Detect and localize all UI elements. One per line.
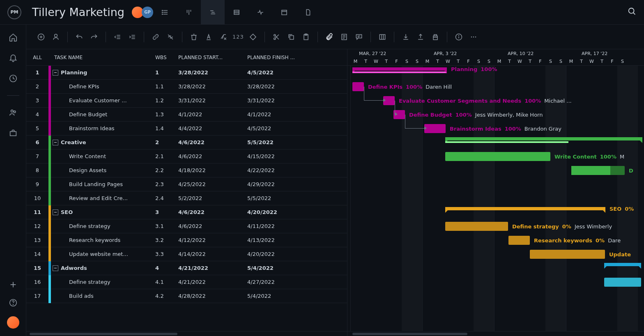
import-icon[interactable]: [400, 31, 412, 43]
gantt-row[interactable]: [347, 289, 644, 303]
gantt-row[interactable]: Write Content100%M: [347, 150, 644, 163]
gantt-bar[interactable]: SEO0%: [445, 207, 605, 210]
gantt-row[interactable]: [347, 177, 644, 191]
view-calendar-icon[interactable]: [272, 0, 296, 25]
task-name-cell[interactable]: − SEO: [51, 209, 155, 215]
avatar-2[interactable]: GP: [142, 7, 153, 18]
copy-icon[interactable]: [285, 31, 297, 43]
more-icon[interactable]: [468, 31, 479, 43]
task-row[interactable]: 17 Build ads 4.2 4/28/2022 5/4/2022: [26, 289, 347, 303]
col-all[interactable]: ALL: [26, 55, 48, 60]
gantt-bar[interactable]: Define KPIs100%Daren Hill: [352, 82, 364, 91]
task-row[interactable]: 5 Brainstorm Ideas 1.4 4/4/2022 4/5/2022: [26, 122, 347, 136]
task-name-cell[interactable]: Design Assets: [51, 167, 155, 173]
gantt-body[interactable]: Planning100%Define KPIs100%Daren HillEva…: [347, 66, 644, 336]
gantt-row[interactable]: [347, 275, 644, 289]
gantt-bar[interactable]: Research keywords0%Dare: [508, 236, 530, 245]
col-wbs[interactable]: WBS: [155, 55, 178, 60]
task-name-cell[interactable]: Build Landing Pages: [51, 181, 155, 187]
gantt-row[interactable]: Evaluate Customer Segments and Needs100%…: [347, 94, 644, 108]
export-icon[interactable]: [415, 31, 426, 43]
paste-icon[interactable]: [300, 31, 312, 43]
gantt-row[interactable]: Update: [347, 247, 644, 261]
avatars[interactable]: GP: [133, 7, 153, 18]
gantt-row[interactable]: Define strategy0%Jess Wimberly: [347, 219, 644, 233]
gantt-bar[interactable]: Brainstorm Ideas100%Brandon Gray: [424, 124, 446, 133]
app-logo[interactable]: PM: [7, 5, 21, 19]
task-name-cell[interactable]: − Planning: [51, 69, 155, 76]
gantt-row[interactable]: D: [347, 163, 644, 177]
view-files-icon[interactable]: [296, 0, 320, 25]
columns-icon[interactable]: [377, 31, 388, 43]
delete-icon[interactable]: [188, 31, 200, 43]
assign-icon[interactable]: [50, 31, 62, 43]
comment-icon[interactable]: [353, 31, 365, 43]
task-name-cell[interactable]: Evaluate Customer ...: [51, 97, 155, 104]
milestone-icon[interactable]: [247, 31, 259, 43]
task-name-cell[interactable]: Define strategy: [51, 279, 155, 285]
task-name-cell[interactable]: Update website met...: [51, 251, 155, 257]
clear-format-icon[interactable]: [218, 31, 229, 43]
collapse-icon[interactable]: −: [53, 265, 58, 271]
task-row[interactable]: 3 Evaluate Customer ... 1.2 3/31/2022 3/…: [26, 94, 347, 108]
task-row[interactable]: 7 Write Content 2.1 4/6/2022 4/15/2022: [26, 150, 347, 163]
col-planned-finish[interactable]: PLANNED FINISH ...: [247, 55, 316, 60]
indent-icon[interactable]: [126, 31, 138, 43]
gantt-row[interactable]: SEO0%: [347, 205, 644, 219]
task-row[interactable]: 13 Research keywords 3.2 4/12/2022 4/13/…: [26, 233, 347, 247]
collapse-icon[interactable]: −: [53, 140, 58, 145]
task-row[interactable]: 1 − Planning 1 3/28/2022 4/5/2022: [26, 66, 347, 80]
info-icon[interactable]: [453, 31, 465, 43]
undo-icon[interactable]: [74, 31, 85, 43]
task-row[interactable]: 11 − SEO 3 4/6/2022 4/20/2022: [26, 205, 347, 219]
user-avatar[interactable]: [7, 316, 19, 329]
portfolio-icon[interactable]: [9, 129, 18, 138]
task-name-cell[interactable]: Define KPIs: [51, 83, 155, 90]
task-name-cell[interactable]: Review and Edit Cre...: [51, 195, 155, 201]
task-row[interactable]: 6 − Creative 2 4/6/2022 5/5/2022: [26, 136, 347, 150]
task-row[interactable]: 9 Build Landing Pages 2.3 4/25/2022 4/29…: [26, 177, 347, 191]
cut-icon[interactable]: [271, 31, 282, 43]
gantt-bar[interactable]: [445, 137, 642, 140]
team-icon[interactable]: [9, 108, 18, 117]
task-row[interactable]: 12 Define strategy 3.1 4/6/2022 4/11/202…: [26, 219, 347, 233]
task-row[interactable]: 14 Update website met... 3.3 4/14/2022 4…: [26, 247, 347, 261]
col-planned-start[interactable]: PLANNED START...: [178, 55, 247, 60]
home-icon[interactable]: [9, 33, 18, 42]
task-name-cell[interactable]: Brainstorm Ideas: [51, 125, 155, 131]
gantt-bar[interactable]: [604, 263, 641, 266]
add-task-icon[interactable]: [35, 31, 47, 43]
gantt-bar[interactable]: [604, 278, 641, 287]
print-icon[interactable]: [430, 31, 441, 43]
link-icon[interactable]: [150, 31, 161, 43]
task-row[interactable]: 2 Define KPIs 1.1 3/28/2022 3/28/2022: [26, 80, 347, 94]
task-row[interactable]: 15 − Adwords 4 4/21/2022 5/4/2022: [26, 261, 347, 275]
gantt-chart[interactable]: MAR, 27 '22APR, 3 '22APR, 10 '22APR, 17 …: [347, 49, 644, 336]
recent-icon[interactable]: [9, 74, 18, 83]
task-name-cell[interactable]: − Creative: [51, 139, 155, 145]
gantt-row[interactable]: [347, 136, 644, 150]
task-name-cell[interactable]: Research keywords: [51, 237, 155, 243]
collapse-icon[interactable]: −: [53, 70, 58, 76]
notes-icon[interactable]: [338, 31, 350, 43]
unlink-icon[interactable]: [165, 31, 176, 43]
gantt-bar[interactable]: Planning100%: [352, 67, 447, 71]
task-row[interactable]: 8 Design Assets 2.2 4/18/2022 4/22/2022: [26, 163, 347, 177]
task-row[interactable]: 10 Review and Edit Cre... 2.4 5/2/2022 5…: [26, 191, 347, 205]
task-name-cell[interactable]: Build ads: [51, 293, 155, 299]
view-board-icon[interactable]: [177, 0, 201, 25]
gantt-row[interactable]: Define Budget100%Jess Wimberly, Mike Hor…: [347, 108, 644, 122]
gantt-bar[interactable]: D: [571, 166, 625, 175]
view-list-icon[interactable]: [153, 0, 177, 25]
help-icon[interactable]: [9, 298, 18, 307]
grid-scrollbar[interactable]: [26, 331, 347, 336]
priority-label[interactable]: 123: [232, 34, 244, 40]
task-name-cell[interactable]: Define Budget: [51, 111, 155, 117]
search-icon[interactable]: [628, 7, 637, 17]
attach-icon[interactable]: [324, 31, 335, 43]
add-icon[interactable]: [9, 280, 18, 289]
task-row[interactable]: 4 Define Budget 1.3 4/1/2022 4/1/2022: [26, 108, 347, 122]
collapse-icon[interactable]: −: [53, 209, 58, 215]
view-activity-icon[interactable]: [248, 0, 272, 25]
redo-icon[interactable]: [88, 31, 100, 43]
